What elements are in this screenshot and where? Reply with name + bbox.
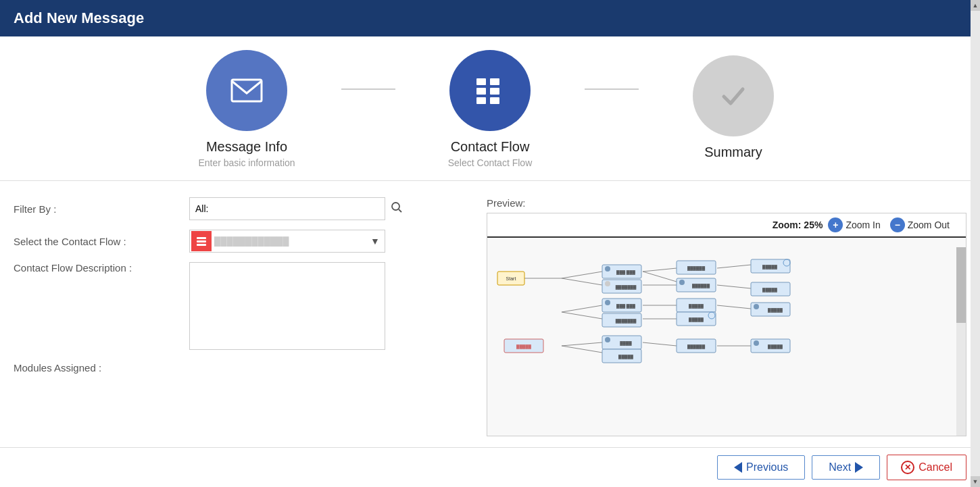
svg-rect-3 bbox=[476, 97, 486, 104]
zoom-in-icon: + bbox=[828, 217, 843, 232]
svg-text:▓▓▓▓▓: ▓▓▓▓▓ bbox=[689, 304, 704, 309]
step-connector-1 bbox=[341, 88, 395, 90]
step-circle-message-info bbox=[206, 50, 287, 131]
svg-point-63 bbox=[605, 337, 610, 342]
previous-button[interactable]: Previous bbox=[717, 455, 805, 480]
svg-text:▓▓▓▓▓▓: ▓▓▓▓▓▓ bbox=[687, 266, 706, 271]
steps-area: Message Info Enter basic information bbox=[0, 36, 980, 175]
svg-line-18 bbox=[717, 265, 751, 268]
zoom-out-button[interactable]: − Zoom Out bbox=[890, 217, 950, 232]
svg-line-17 bbox=[643, 272, 677, 282]
svg-rect-9 bbox=[197, 237, 206, 239]
step-connector-2 bbox=[585, 88, 639, 90]
description-textarea[interactable] bbox=[189, 262, 385, 350]
cancel-circle-icon: ✕ bbox=[901, 461, 914, 474]
previous-arrow-icon bbox=[734, 462, 742, 473]
preview-box: Zoom: 25% + Zoom In − Zoom Out bbox=[487, 213, 966, 436]
svg-line-15 bbox=[643, 268, 677, 272]
svg-text:▓▓▓▓▓▓▓: ▓▓▓▓▓▓▓ bbox=[616, 319, 637, 324]
zoom-level: Zoom: 25% bbox=[773, 220, 823, 230]
preview-label: Preview: bbox=[487, 197, 966, 209]
preview-scrollbar-thumb bbox=[956, 247, 966, 323]
filter-by-label: Filter By : bbox=[14, 203, 189, 215]
next-button[interactable]: Next bbox=[812, 455, 880, 480]
svg-rect-0 bbox=[232, 80, 262, 101]
svg-line-25 bbox=[562, 342, 602, 346]
search-icon bbox=[391, 201, 403, 213]
svg-line-26 bbox=[562, 346, 602, 353]
filter-select-wrapper: All: Option 1 Option 2 bbox=[189, 197, 473, 220]
step-contact-flow: Contact Flow Select Contact Flow bbox=[395, 50, 585, 168]
description-label: Contact Flow Description : bbox=[14, 262, 189, 274]
step-title-summary: Summary bbox=[704, 145, 762, 160]
svg-text:▓▓▓▓▓▓: ▓▓▓▓▓▓ bbox=[687, 344, 706, 349]
svg-rect-6 bbox=[490, 97, 499, 104]
svg-text:▓▓▓ ▓▓▓: ▓▓▓ ▓▓▓ bbox=[616, 304, 636, 309]
svg-point-35 bbox=[605, 281, 610, 286]
filter-search-button[interactable] bbox=[391, 201, 403, 217]
step-subtitle-message-info: Enter basic information bbox=[198, 157, 295, 168]
svg-text:▓▓▓▓▓: ▓▓▓▓▓ bbox=[516, 344, 531, 349]
svg-text:▓▓▓▓▓: ▓▓▓▓▓ bbox=[762, 265, 777, 270]
svg-line-19 bbox=[717, 285, 751, 288]
svg-line-8 bbox=[399, 209, 401, 212]
scrollbar-up-arrow[interactable]: ▲ bbox=[971, 0, 980, 11]
svg-text:▓▓▓▓▓: ▓▓▓▓▓ bbox=[762, 288, 777, 292]
footer: Previous Next ✕ Cancel bbox=[0, 447, 980, 487]
cancel-label: Cancel bbox=[918, 461, 952, 473]
step-summary: Summary bbox=[639, 55, 828, 163]
svg-text:▓▓▓▓▓: ▓▓▓▓▓ bbox=[768, 308, 783, 313]
step-message-info: Message Info Enter basic information bbox=[152, 50, 341, 168]
check-icon bbox=[716, 78, 751, 113]
flow-type-icon bbox=[191, 231, 212, 251]
description-row: Contact Flow Description : bbox=[14, 262, 473, 353]
svg-line-13 bbox=[562, 272, 602, 278]
page-header: Add New Message bbox=[0, 0, 980, 36]
flow-select-wrapper[interactable]: ████████████ ▼ bbox=[189, 230, 385, 253]
svg-line-20 bbox=[562, 305, 602, 312]
step-title-contact-flow: Contact Flow bbox=[451, 139, 530, 155]
main-container: Add New Message Message Info Enter basic… bbox=[0, 0, 980, 487]
step-title-message-info: Message Info bbox=[206, 139, 287, 155]
envelope-icon bbox=[229, 73, 264, 108]
select-flow-row: Select the Contact Flow : ████████████ bbox=[14, 230, 473, 253]
svg-line-27 bbox=[643, 342, 677, 346]
svg-rect-4 bbox=[490, 78, 499, 85]
preview-scrollbar[interactable] bbox=[956, 247, 966, 436]
svg-text:▓▓▓▓▓: ▓▓▓▓▓ bbox=[618, 355, 633, 359]
svg-line-14 bbox=[562, 278, 602, 285]
filter-select[interactable]: All: Option 1 Option 2 bbox=[189, 197, 385, 220]
svg-text:▓▓▓▓▓: ▓▓▓▓▓ bbox=[689, 317, 704, 322]
filter-by-row: Filter By : All: Option 1 Option 2 bbox=[14, 197, 473, 220]
svg-text:▓▓▓▓: ▓▓▓▓ bbox=[620, 341, 632, 346]
cancel-button[interactable]: ✕ Cancel bbox=[887, 455, 966, 480]
svg-text:▓▓▓▓▓▓: ▓▓▓▓▓▓ bbox=[692, 284, 710, 288]
steps-divider bbox=[0, 180, 980, 181]
zoom-out-label: Zoom Out bbox=[908, 220, 950, 230]
right-panel: Preview: Zoom: 25% + Zoom In − Zoom Out bbox=[487, 197, 966, 436]
preview-canvas: Start ▓▓▓ ▓▓▓ ▓▓▓▓▓▓▓ ▓▓▓▓▓▓ bbox=[487, 238, 966, 426]
svg-point-7 bbox=[392, 203, 399, 210]
flow-select-arrow: ▼ bbox=[366, 236, 385, 247]
svg-text:▓▓▓ ▓▓▓: ▓▓▓ ▓▓▓ bbox=[616, 270, 636, 275]
scrollbar-down-arrow[interactable]: ▼ bbox=[971, 476, 980, 487]
svg-rect-2 bbox=[476, 88, 486, 95]
step-circle-contact-flow bbox=[449, 50, 531, 131]
modules-row: Modules Assigned : bbox=[14, 362, 473, 374]
previous-label: Previous bbox=[746, 461, 788, 473]
flow-list-icon bbox=[195, 235, 207, 247]
zoom-out-icon: − bbox=[890, 217, 905, 232]
svg-rect-5 bbox=[490, 88, 499, 95]
content-area: Filter By : All: Option 1 Option 2 bbox=[0, 186, 980, 447]
modules-label: Modules Assigned : bbox=[14, 362, 189, 374]
svg-rect-10 bbox=[197, 240, 206, 242]
page-scrollbar[interactable]: ▲ ▼ bbox=[971, 0, 980, 487]
zoom-in-button[interactable]: + Zoom In bbox=[828, 217, 880, 232]
svg-line-24 bbox=[717, 305, 751, 309]
preview-toolbar: Zoom: 25% + Zoom In − Zoom Out bbox=[487, 213, 966, 238]
svg-text:Start: Start bbox=[506, 276, 516, 281]
next-label: Next bbox=[829, 461, 851, 473]
flow-selected-value: ████████████ bbox=[212, 236, 366, 247]
filter-by-control: All: Option 1 Option 2 bbox=[189, 197, 473, 220]
page-wrapper: Add New Message Message Info Enter basic… bbox=[0, 0, 980, 487]
